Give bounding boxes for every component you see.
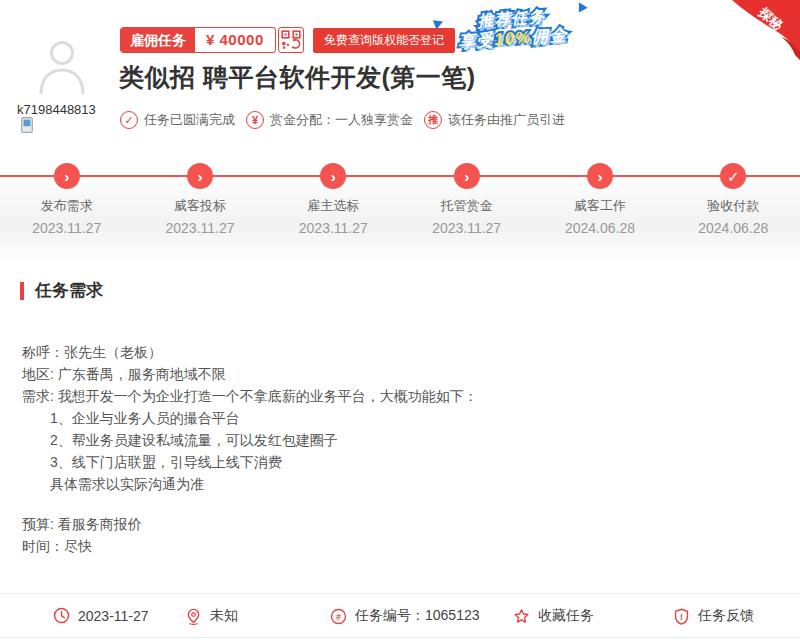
star-icon bbox=[513, 608, 530, 625]
shield-alert-icon: ! bbox=[673, 608, 690, 625]
timeline-step-selection: › 雇主选标 2023.11.27 bbox=[267, 163, 400, 236]
location: 未知 bbox=[185, 607, 238, 625]
chevron-right-icon: › bbox=[54, 163, 80, 189]
phone-icon bbox=[21, 117, 33, 133]
task-progress-timeline: › 发布需求 2023.11.27 › 威客投标 2023.11.27 › 雇主… bbox=[0, 163, 800, 263]
task-title: 类似招 聘平台软件开发(第一笔) bbox=[119, 61, 476, 94]
req-line-item-2: 2、帮业务员建设私域流量，可以发红包建圈子 bbox=[22, 429, 770, 451]
task-price: ¥ 40000 bbox=[195, 28, 275, 52]
promo-percent: 10% bbox=[493, 28, 531, 50]
req-line-salutation: 称呼：张先生（老板） bbox=[22, 341, 770, 363]
status-reward-split-label: 赏金分配：一人独享赏金 bbox=[270, 111, 413, 129]
req-line-deadline: 时间：尽快 bbox=[22, 535, 770, 557]
task-type-badge: 雇佣任务 bbox=[121, 28, 195, 52]
req-line-budget: 预算: 看服务商报价 bbox=[22, 513, 770, 535]
clock-icon bbox=[53, 607, 70, 624]
section-header: 任务需求 bbox=[20, 279, 103, 302]
requirements-content: 称呼：张先生（老板） 地区: 广东番禺，服务商地域不限 需求: 我想开发一个为企… bbox=[22, 341, 770, 557]
task-meta-bar: 2023-11-27 未知 # 任务编号：1065123 收藏任务 bbox=[0, 593, 800, 638]
svg-text:!: ! bbox=[680, 611, 683, 621]
yen-circle-icon: ¥ bbox=[246, 111, 264, 129]
status-completed-label: 任务已圆满完成 bbox=[144, 111, 235, 129]
task-status-row: ✓ 任务已圆满完成 ¥ 赏金分配：一人独享赏金 推 该任务由推广员引进 bbox=[120, 111, 565, 129]
req-line-item-1: 1、企业与业务人员的撮合平台 bbox=[22, 407, 770, 429]
hash-circle-icon: # bbox=[330, 608, 347, 625]
timeline-step-working: › 威客工作 2024.06.28 bbox=[533, 163, 666, 236]
promo-badge[interactable]: 推荐任务 享受10%佣金 bbox=[447, 5, 578, 55]
section-accent-bar bbox=[20, 282, 24, 300]
check-icon: ✓ bbox=[720, 163, 746, 189]
timeline-step-publish: › 发布需求 2023.11.27 bbox=[0, 163, 133, 236]
task-feedback-button[interactable]: ! 任务反馈 bbox=[673, 607, 754, 625]
status-completed: ✓ 任务已圆满完成 bbox=[120, 111, 235, 129]
timeline-step-bidding: › 威客投标 2023.11.27 bbox=[133, 163, 266, 236]
req-line-demand: 需求: 我想开发一个为企业打造一个不拿底薪的业务平台，大概功能如下： bbox=[22, 385, 770, 407]
copyright-check-button[interactable]: 免费查询版权能否登记 bbox=[313, 28, 455, 53]
favorite-task-button[interactable]: 收藏任务 bbox=[513, 607, 594, 625]
promoter-circle-icon: 推 bbox=[424, 111, 442, 129]
corner-ribbon[interactable]: 探秘 bbox=[728, 0, 800, 64]
location-pin-icon bbox=[185, 608, 202, 625]
chevron-right-icon: › bbox=[320, 163, 346, 189]
status-reward-split: ¥ 赏金分配：一人独享赏金 bbox=[246, 111, 413, 129]
employer-user-id: k7198448813 bbox=[17, 102, 96, 117]
chevron-right-icon: › bbox=[454, 163, 480, 189]
publish-date: 2023-11-27 bbox=[53, 607, 149, 624]
avatar bbox=[36, 38, 88, 96]
status-promoter: 推 该任务由推广员引进 bbox=[424, 111, 565, 129]
timeline-step-payment: ✓ 验收付款 2024.06.28 bbox=[667, 163, 800, 236]
check-circle-icon: ✓ bbox=[120, 111, 138, 129]
chevron-right-icon: › bbox=[187, 163, 213, 189]
req-line-region: 地区: 广东番禺，服务商地域不限 bbox=[22, 363, 770, 385]
req-line-item-3: 3、线下门店联盟，引导线上线下消费 bbox=[22, 451, 770, 473]
promo-arrow-icon bbox=[574, 0, 587, 12]
timeline-step-escrow: › 托管赏金 2023.11.27 bbox=[400, 163, 533, 236]
qr-code-icon bbox=[281, 30, 301, 50]
chevron-right-icon: › bbox=[587, 163, 613, 189]
task-number: # 任务编号：1065123 bbox=[330, 607, 480, 625]
qr-code-button[interactable] bbox=[278, 27, 304, 53]
task-detail-page: 探秘 k7198448813 雇佣任务 ¥ 40000 免费查询版权能否登记 bbox=[0, 0, 800, 640]
req-line-note: 具体需求以实际沟通为准 bbox=[22, 473, 770, 495]
price-badge: 雇佣任务 ¥ 40000 bbox=[120, 27, 276, 53]
section-title: 任务需求 bbox=[35, 279, 103, 302]
svg-text:#: # bbox=[336, 611, 341, 621]
status-promoter-label: 该任务由推广员引进 bbox=[448, 111, 565, 129]
